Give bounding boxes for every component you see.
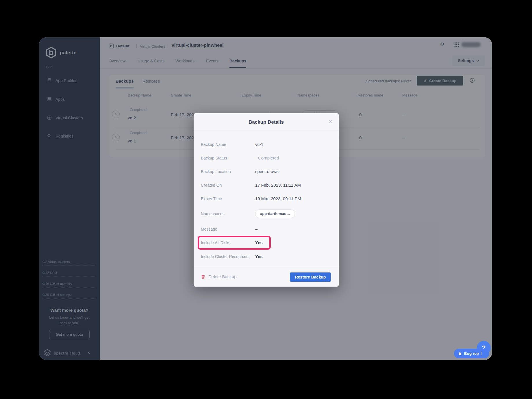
restore-backup-button[interactable]: Restore Backup — [290, 272, 331, 282]
field-label: Backup Location — [201, 169, 231, 174]
backup-details-modal: Backup Details × Backup Name vc-1 Backup… — [194, 113, 339, 287]
field-value: Yes — [255, 254, 263, 259]
namespace-pill: app-darth-mau… — [255, 209, 295, 218]
field-include-cluster-resources: Include Cluster Resources Yes — [201, 254, 331, 261]
bug-icon — [458, 351, 462, 356]
field-created-on: Created On 17 Feb, 2023, 11:11 AM — [201, 183, 331, 189]
field-label: Created On — [201, 183, 222, 188]
text-cursor — [481, 352, 481, 355]
field-label: Namespaces — [201, 211, 225, 216]
bug-report-button[interactable]: Bug rep — [454, 349, 489, 358]
field-value: Completed — [258, 155, 279, 160]
field-value: 19 Mar, 2023, 09:11 PM — [255, 196, 301, 201]
field-label: Message — [201, 227, 217, 231]
trash-icon — [201, 274, 205, 279]
field-label: Expiry Time — [201, 196, 222, 201]
field-label: Include Cluster Resources — [201, 254, 248, 259]
delete-backup-button[interactable]: Delete Backup — [201, 274, 237, 279]
field-backup-location: Backup Location spectro-aws — [201, 169, 331, 176]
close-icon[interactable]: × — [329, 118, 332, 124]
field-value: – — [255, 227, 257, 231]
field-label: Backup Name — [201, 142, 226, 147]
bug-report-label: Bug rep — [464, 351, 479, 356]
modal-title: Backup Details — [194, 113, 339, 131]
field-include-all-disks: Include All Disks Yes — [201, 240, 331, 247]
app-window: palette 3.2.2 App Profiles Apps — [39, 37, 492, 360]
field-backup-status: Backup Status Completed — [201, 156, 331, 162]
field-label: Include All Disks — [201, 240, 230, 245]
field-value: 17 Feb, 2023, 11:11 AM — [255, 183, 301, 188]
field-value: spectro-aws — [255, 169, 279, 174]
field-backup-name: Backup Name vc-1 — [201, 142, 331, 149]
delete-backup-label: Delete Backup — [208, 274, 237, 279]
field-message: Message – — [201, 227, 331, 233]
modal-footer: Delete Backup Restore Backup — [194, 267, 339, 287]
field-label: Backup Status — [201, 156, 227, 160]
field-value: vc-1 — [255, 142, 263, 147]
field-value: Yes — [255, 240, 263, 245]
field-expiry-time: Expiry Time 19 Mar, 2023, 09:11 PM — [201, 196, 331, 203]
modal-header: Backup Details × — [194, 113, 339, 131]
